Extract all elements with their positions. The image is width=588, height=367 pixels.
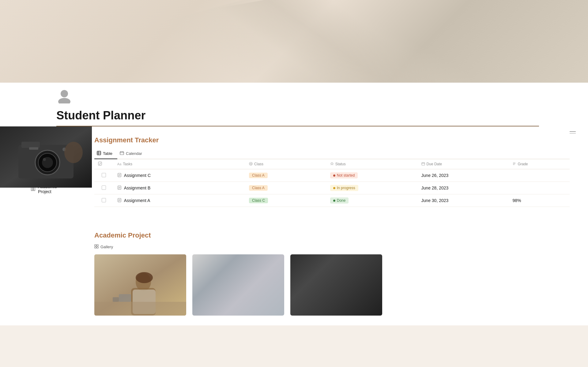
aa-icon: Aa bbox=[117, 162, 121, 166]
row-checkbox[interactable] bbox=[102, 185, 106, 190]
status-dot bbox=[333, 174, 335, 177]
row-grade-cell: 98% bbox=[509, 194, 570, 207]
class-badge[interactable]: Class A bbox=[249, 185, 268, 191]
svg-rect-44 bbox=[97, 247, 98, 248]
duedate-col-label: Due Date bbox=[427, 162, 442, 166]
task-name[interactable]: Assignment C bbox=[124, 173, 151, 178]
due-date-value: June 26, 2023 bbox=[421, 173, 449, 178]
tasks-col-label: Tasks bbox=[123, 162, 132, 166]
class-col-icon bbox=[249, 162, 253, 167]
table-row: Assignment A Class C Done June 30, 2023 … bbox=[94, 194, 570, 207]
status-dot bbox=[333, 200, 335, 202]
task-row-icon bbox=[117, 185, 122, 191]
status-col-label: Status bbox=[335, 162, 346, 166]
col-header-status: Status bbox=[326, 159, 418, 169]
task-row-icon bbox=[117, 173, 122, 178]
duedate-col-icon bbox=[421, 162, 425, 167]
col-header-checkbox bbox=[94, 159, 114, 169]
tab-table[interactable]: Table bbox=[94, 149, 117, 159]
page-title-section: Student Planner bbox=[0, 83, 588, 126]
class-badge[interactable]: Class C bbox=[249, 198, 268, 203]
row-grade-cell bbox=[509, 182, 570, 194]
gallery-item-1 bbox=[94, 254, 186, 316]
due-date-value: June 30, 2023 bbox=[421, 198, 449, 203]
tabs-row: Table Calendar bbox=[94, 149, 570, 159]
svg-rect-50 bbox=[94, 302, 186, 316]
gallery-icon bbox=[94, 244, 99, 249]
svg-rect-22 bbox=[422, 163, 425, 165]
row-duedate-cell: June 26, 2023 bbox=[418, 169, 509, 182]
calendar-icon bbox=[120, 151, 124, 156]
scroll-btn-1[interactable] bbox=[570, 131, 576, 132]
col-header-class: Class bbox=[245, 159, 326, 169]
photo-scientist bbox=[192, 254, 284, 316]
svg-point-0 bbox=[61, 90, 68, 97]
col-header-tasks: Aa Tasks bbox=[114, 159, 245, 169]
class-badge[interactable]: Class A bbox=[249, 173, 268, 178]
gallery-label: Gallery bbox=[100, 245, 113, 249]
assignment-tracker-title: Assignment Tracker bbox=[94, 136, 570, 144]
row-checkbox-cell bbox=[94, 182, 114, 194]
status-badge[interactable]: Not started bbox=[330, 172, 358, 178]
row-duedate-cell: June 28, 2023 bbox=[418, 182, 509, 194]
tab-calendar-label: Calendar bbox=[126, 151, 142, 156]
tab-calendar[interactable]: Calendar bbox=[117, 149, 147, 159]
svg-rect-52 bbox=[113, 297, 119, 302]
status-dot bbox=[333, 187, 335, 189]
gallery-item-2 bbox=[192, 254, 284, 316]
grade-col-icon bbox=[512, 162, 516, 167]
row-checkbox-cell bbox=[94, 194, 114, 207]
svg-rect-41 bbox=[95, 245, 96, 246]
svg-point-48 bbox=[136, 272, 153, 283]
row-status-cell: Not started bbox=[326, 169, 418, 182]
page-title: Student Planner bbox=[56, 109, 539, 122]
page-wrapper: Student Planner Schedule bbox=[0, 0, 588, 367]
scroll-btn-2[interactable] bbox=[570, 133, 576, 134]
photo-camera bbox=[290, 254, 382, 316]
table-icon bbox=[97, 151, 101, 156]
row-grade-cell bbox=[509, 169, 570, 182]
row-task-cell: Assignment A bbox=[114, 194, 245, 207]
row-class-cell: Class C bbox=[245, 194, 326, 207]
gallery-items bbox=[94, 254, 570, 316]
academic-project-section: Academic Project Gallery bbox=[94, 231, 570, 316]
row-checkbox[interactable] bbox=[102, 173, 106, 177]
status-badge[interactable]: Done bbox=[330, 197, 349, 204]
svg-rect-19 bbox=[98, 162, 102, 165]
assignment-tracker-section: Assignment Tracker bbox=[94, 136, 570, 219]
row-class-cell: Class A bbox=[245, 169, 326, 182]
content-body: Assignment Tracker bbox=[80, 126, 588, 325]
photo-lab-student bbox=[94, 254, 186, 316]
svg-point-20 bbox=[249, 162, 252, 165]
svg-point-1 bbox=[58, 98, 70, 103]
task-row-icon bbox=[117, 198, 122, 203]
hero-banner bbox=[0, 0, 588, 83]
row-checkbox[interactable] bbox=[102, 198, 106, 202]
avatar bbox=[56, 88, 539, 107]
tab-table-label: Table bbox=[103, 151, 112, 156]
task-name[interactable]: Assignment A bbox=[124, 198, 150, 203]
svg-rect-51 bbox=[119, 294, 131, 302]
svg-rect-43 bbox=[95, 247, 96, 248]
svg-rect-42 bbox=[97, 245, 98, 246]
row-task-cell: Assignment B bbox=[114, 182, 245, 194]
header-content-divider: Student Planner Schedule bbox=[0, 83, 588, 325]
table-row: Assignment C Class A Not started June 26… bbox=[94, 169, 570, 182]
academic-project-title: Academic Project bbox=[94, 231, 570, 239]
class-col-label: Class bbox=[254, 162, 263, 166]
row-task-cell: Assignment C bbox=[114, 169, 245, 182]
row-duedate-cell: June 30, 2023 bbox=[418, 194, 509, 207]
checkbox-col-icon bbox=[98, 162, 102, 167]
table-row: Assignment B Class A In progress June 28… bbox=[94, 182, 570, 194]
row-class-cell: Class A bbox=[245, 182, 326, 194]
main-content: Schedule Courses Notebooks bbox=[0, 126, 588, 325]
assignments-table: Aa Tasks bbox=[94, 159, 570, 207]
col-header-duedate: Due Date bbox=[418, 159, 509, 169]
row-checkbox-cell bbox=[94, 169, 114, 182]
svg-rect-15 bbox=[120, 152, 124, 155]
due-date-value: June 28, 2023 bbox=[421, 185, 449, 190]
task-name[interactable]: Assignment B bbox=[124, 185, 150, 190]
scroll-controls bbox=[570, 131, 576, 134]
status-badge[interactable]: In progress bbox=[330, 185, 358, 191]
grade-value: 98% bbox=[512, 198, 521, 203]
